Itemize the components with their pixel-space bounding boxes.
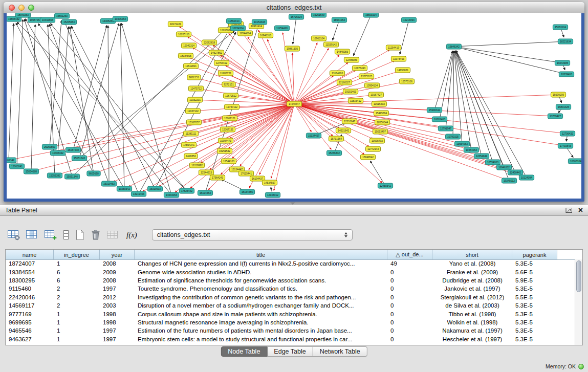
graph-node[interactable]: 11516402 [372,101,386,106]
table-row[interactable]: 969969511998Structural magnetic resonanc… [6,318,575,326]
close-panel-icon[interactable]: × [578,207,583,214]
graph-node[interactable]: 11254420 [274,26,289,31]
column-header[interactable]: year [100,250,135,259]
graph-node[interactable]: 13575106 [399,79,414,84]
tab-node-table[interactable]: Node Table [221,346,267,357]
column-header[interactable]: name [6,250,54,259]
graph-node[interactable]: 12672512 [223,93,238,98]
graph-node[interactable]: 10973493 [352,65,367,71]
graph-node[interactable]: 12706432 [560,131,575,136]
graph-node[interactable]: 18550344 [375,120,389,125]
graph-node[interactable]: 11381111 [183,131,198,136]
graph-node[interactable]: 11254419 [386,45,401,50]
graph-node[interactable]: 14845083 [335,49,350,54]
graph-node[interactable]: 19151463 [343,89,358,94]
graph-node[interactable]: 12210647 [342,119,357,124]
zoom-window-button[interactable] [28,5,34,11]
graph-node[interactable]: 12160327 [337,80,352,85]
graph-node[interactable]: 10250342 [117,186,132,191]
graph-node[interactable]: 12475712 [188,86,203,91]
table-add-icon[interactable] [44,229,57,241]
graph-node[interactable]: 17854371 [181,142,196,147]
graph-node[interactable]: 16946310 [258,33,273,38]
graph-node[interactable]: 12612821 [183,63,198,69]
table-row[interactable]: 946554611997Estimation of the future num… [6,326,575,335]
graph-node[interactable]: 18544804 [237,31,252,36]
graph-node[interactable]: 10063104 [568,159,581,164]
graph-node[interactable]: 16946302 [496,165,511,170]
graph-node[interactable]: 15056383 [47,173,62,178]
graph-node[interactable]: 12450342 [378,183,393,188]
graph-node[interactable]: 10790325 [445,134,460,139]
table-source-dropdown[interactable]: citations_edges.txt [152,229,353,240]
table-scrollbar[interactable] [575,259,582,345]
graph-node[interactable]: 16801426 [556,104,571,110]
minimize-window-button[interactable] [18,5,25,11]
graph-node[interactable]: 15051340 [64,174,79,179]
graph-node[interactable]: 12754412 [214,60,229,65]
graph-node[interactable]: 13164263 [330,71,344,76]
graph-node[interactable]: 12839463 [559,72,574,77]
graph-node[interactable]: 10954134 [364,83,379,88]
graph-node[interactable]: 11516412 [348,98,363,103]
graph-node[interactable]: 13739427 [548,114,562,119]
graph-node[interactable]: 17625442 [179,188,194,193]
graph-node[interactable]: 12042314 [181,43,196,48]
table-row[interactable]: 1830029562008Estimation of significance … [6,276,575,285]
function-builder-icon[interactable]: f(x) [125,231,139,239]
graph-node[interactable]: 18940263 [15,13,30,17]
graph-node[interactable]: 15731564 [329,136,343,141]
graph-node[interactable]: 10406263 [113,16,127,21]
graph-node[interactable]: 14634063 [164,192,179,198]
graph-node[interactable]: 15726224 [289,14,303,19]
graph-node[interactable]: 16319993 [147,186,162,191]
graph-node[interactable]: 15205663 [61,19,76,25]
graph-node[interactable]: 14531642 [336,128,351,133]
tab-edge-table[interactable]: Edge Table [267,346,313,357]
new-table-icon[interactable] [75,229,85,241]
graph-node[interactable]: 12367131 [220,127,235,132]
graph-node[interactable]: 19272905 [555,60,570,65]
graph-node[interactable]: 10306342 [50,150,65,156]
graph-node[interactable]: 12757112 [224,104,239,110]
graph-node[interactable]: 13654063 [454,141,469,146]
table-row[interactable]: 977716911998Corpus callosum shape and si… [6,310,575,318]
graph-node[interactable]: 14534567 [262,180,277,185]
column-header[interactable]: pagerank [512,250,557,259]
graph-node[interactable]: 16319463 [101,181,116,186]
graph-node[interactable]: 9272151 [222,82,235,87]
graph-node[interactable]: 12544213 [199,170,213,175]
graph-node[interactable]: 22062818 [202,40,216,45]
graph-node[interactable]: 16055110 [176,32,191,37]
graph-node[interactable]: 11539142 [323,42,338,47]
column-header[interactable]: short [432,250,512,259]
table-row[interactable]: 946362711997Embryonic stem cells: a mode… [6,335,575,343]
graph-node[interactable]: 12945012 [265,192,280,198]
graph-node[interactable]: 18184805 [178,53,193,58]
graph-node[interactable]: 10167427 [368,92,383,97]
tab-network-table[interactable]: Network Table [313,346,367,357]
close-window-button[interactable] [9,5,15,11]
graph-node[interactable]: 15134456 [239,189,254,194]
graph-node[interactable]: 16251542 [217,148,232,154]
graph-node[interactable]: 12037102 [185,108,200,114]
graph-node[interactable]: 15063104 [553,25,568,30]
table-row[interactable]: 1938455462009Genome-wide association stu… [6,268,575,276]
graph-node[interactable]: 19861305 [285,46,299,51]
graph-node[interactable]: 10124094 [519,175,534,180]
network-canvas[interactable]: 1724044718172431160551101204231418184805… [7,13,581,199]
graph-node[interactable]: 13219463 [131,191,146,196]
float-panel-icon[interactable] [565,207,573,214]
table-row[interactable]: 1872400712008Changes of HCN gene express… [6,259,575,268]
graph-node[interactable]: 15053497 [373,129,387,134]
graph-node[interactable]: 19245012 [502,178,516,183]
window-titlebar[interactable]: citations_edges.txt [4,2,584,13]
graph-node[interactable]: 10332201 [187,97,202,102]
graph-node[interactable]: 12485083 [344,57,359,62]
graph-node[interactable]: 11862914 [226,18,241,24]
graph-node[interactable]: 9862151 [187,75,201,80]
column-header[interactable]: △ out_de... [387,250,432,259]
table-row[interactable]: 911546021997Tourette syndrome. Phenomeno… [6,285,575,293]
graph-node[interactable]: 10995492 [369,138,384,143]
graph-node[interactable]: 12772143 [365,146,380,151]
